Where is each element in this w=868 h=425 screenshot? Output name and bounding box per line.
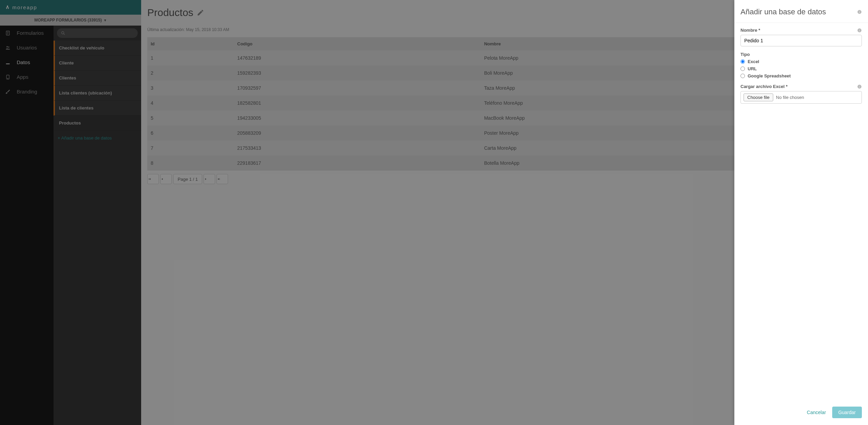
radio-input[interactable]: [740, 59, 745, 64]
type-label: Tipo: [740, 52, 750, 57]
info-icon[interactable]: i: [857, 10, 862, 14]
add-datasource-panel: Añadir una base de datos i Nombre * i Ti…: [734, 0, 868, 425]
file-input-wrap[interactable]: Choose file No file chosen: [740, 91, 862, 104]
radio-label: Google Spreadsheet: [748, 73, 791, 78]
file-status: No file chosen: [776, 95, 804, 100]
choose-file-button[interactable]: Choose file: [744, 93, 773, 101]
radio-label: URL: [748, 66, 757, 71]
info-icon[interactable]: i: [857, 28, 862, 33]
name-label: Nombre *: [740, 28, 760, 33]
radio-input[interactable]: [740, 67, 745, 71]
save-button[interactable]: Guardar: [832, 407, 862, 418]
type-option-excel[interactable]: Excel: [740, 59, 862, 64]
type-option-google-spreadsheet[interactable]: Google Spreadsheet: [740, 73, 862, 78]
radio-label: Excel: [748, 59, 759, 64]
name-input[interactable]: [740, 35, 862, 46]
cancel-button[interactable]: Cancelar: [804, 407, 829, 418]
type-option-url[interactable]: URL: [740, 66, 862, 71]
upload-label: Cargar archivo Excel *: [740, 84, 788, 89]
panel-title: Añadir una base de datos: [740, 8, 826, 16]
radio-input[interactable]: [740, 74, 745, 78]
info-icon[interactable]: i: [857, 84, 862, 89]
